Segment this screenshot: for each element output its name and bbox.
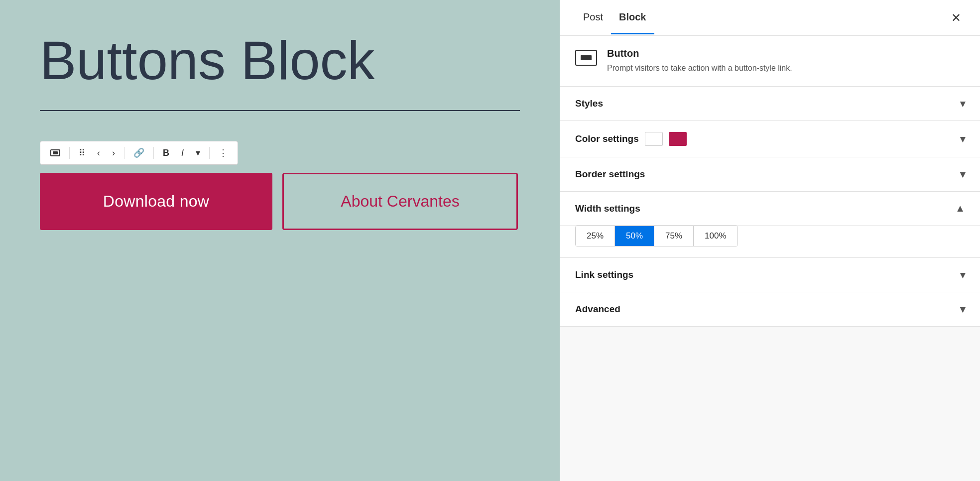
advanced-chevron: ▾ [960,303,965,315]
sidebar: Post Block ✕ Button Prompt visitors to t… [560,0,980,481]
link-settings-label: Link settings [575,269,633,280]
color-chevron: ▾ [960,133,965,145]
chevron-down-icon: ▾ [196,147,200,158]
width-chevron: ▲ [955,203,965,214]
block-description: Prompt visitors to take action with a bu… [607,62,792,74]
about-button[interactable]: About Cervantes [282,173,518,230]
width-100[interactable]: 100% [694,226,737,246]
section-border: Border settings ▾ [560,157,980,192]
chevron-left-icon: ‹ [97,148,100,158]
link-icon: 🔗 [133,147,144,158]
sidebar-header: Post Block ✕ [560,0,980,36]
separator-4 [209,147,210,159]
chevron-right-icon: › [112,148,115,158]
block-icon [575,50,597,66]
section-width: Width settings ▲ 25% 50% 75% 100% [560,192,980,258]
svg-rect-1 [53,151,58,154]
section-styles: Styles ▾ [560,87,980,121]
width-50[interactable]: 50% [615,226,654,246]
italic-icon: I [181,148,184,158]
width-options: 25% 50% 75% 100% [575,226,738,246]
width-header[interactable]: Width settings ▲ [560,192,980,226]
color-swatch-white[interactable] [645,132,663,146]
drag-handle-button[interactable]: ⠿ [74,144,90,161]
link-chevron: ▾ [960,269,965,281]
width-settings-label: Width settings [575,203,640,214]
border-header[interactable]: Border settings ▾ [560,157,980,191]
separator-3 [153,147,154,159]
section-link: Link settings ▾ [560,258,980,292]
section-advanced: Advanced ▾ [560,292,980,327]
separator-1 [69,147,70,159]
download-button[interactable]: Download now [40,173,272,230]
block-toolbar: ⠿ ‹ › 🔗 B I ▾ ⋮ [40,141,238,165]
color-settings-row: Color settings [575,132,687,146]
editor-area: Buttons Block ⠿ ‹ › 🔗 B I [0,0,560,481]
styles-chevron: ▾ [960,98,965,110]
page-title: Buttons Block [40,30,520,90]
bold-icon: B [163,148,169,158]
link-button[interactable]: 🔗 [128,144,149,161]
block-type-button[interactable] [45,146,65,159]
block-info: Button Prompt visitors to take action wi… [560,36,980,87]
overflow-menu-button[interactable]: ⋮ [214,144,233,161]
width-75[interactable]: 75% [654,226,694,246]
width-25[interactable]: 25% [576,226,615,246]
block-info-text: Button Prompt visitors to take action wi… [607,48,792,74]
advanced-label: Advanced [575,304,620,315]
link-header[interactable]: Link settings ▾ [560,258,980,292]
divider [40,110,520,111]
button-block-icon [50,149,60,156]
italic-button[interactable]: I [176,145,189,161]
close-button[interactable]: ✕ [947,7,965,29]
ellipsis-vertical-icon: ⋮ [219,147,228,158]
bold-button[interactable]: B [158,145,174,161]
styles-label: Styles [575,98,603,109]
tab-block[interactable]: Block [611,1,654,34]
dropdown-button[interactable]: ▾ [191,144,205,161]
section-color: Color settings ▾ [560,121,980,157]
tab-post[interactable]: Post [575,1,611,34]
move-left-button[interactable]: ‹ [92,145,105,161]
button-icon-shape [581,55,592,60]
color-header[interactable]: Color settings ▾ [560,121,980,157]
separator-2 [124,147,124,159]
block-title: Button [607,48,792,59]
border-chevron: ▾ [960,168,965,180]
color-swatch-red[interactable] [669,132,687,146]
styles-header[interactable]: Styles ▾ [560,87,980,120]
advanced-header[interactable]: Advanced ▾ [560,292,980,326]
drag-icon: ⠿ [79,147,85,158]
buttons-container: Download now About Cervantes [40,173,518,230]
color-settings-label: Color settings [575,133,639,144]
move-right-button[interactable]: › [107,145,120,161]
border-settings-label: Border settings [575,169,645,180]
